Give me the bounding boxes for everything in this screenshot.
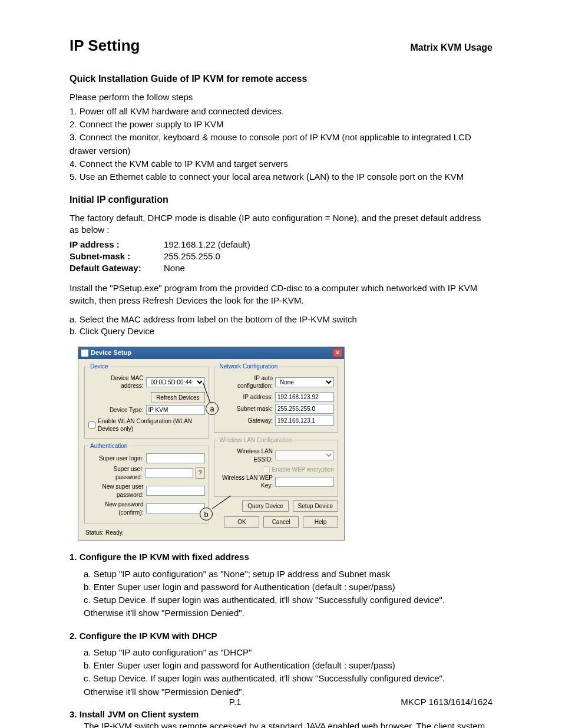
initial-ip-intro: The factory default, DHCP mode is disabl…: [70, 212, 492, 236]
step: 4. Connect the KVM cable to IP KVM and t…: [70, 158, 492, 170]
ip-address-label: IP address:: [218, 393, 273, 401]
page-number: P.1: [229, 696, 242, 708]
ip-address-value: 192.168.1.22 (default): [164, 239, 250, 251]
step: b. Enter Super user login and password f…: [84, 660, 492, 671]
new-password-label: New super user password:: [88, 483, 144, 499]
subnet-mask-label: Subnet mask:: [218, 405, 273, 413]
gateway-label: Gateway:: [218, 417, 273, 425]
confirm-password-input[interactable]: [146, 503, 205, 513]
section-1-head: 1. Configure the IP KVM with fixed addre…: [70, 551, 492, 563]
ok-button[interactable]: OK: [224, 516, 259, 528]
setup-device-button[interactable]: Setup Device: [293, 500, 338, 512]
step: 5. Use an Ethernet cable to connect your…: [70, 171, 492, 183]
super-user-password-label: Super user password:: [88, 465, 143, 481]
enable-wlan-checkbox[interactable]: [88, 421, 95, 429]
gateway-input[interactable]: [275, 416, 334, 426]
step: b. Enter Super user login and password f…: [84, 581, 492, 593]
network-fieldset: Network Configuration IP auto configurat…: [214, 363, 339, 433]
subnet-mask-label: Subnet-mask :: [70, 251, 164, 262]
page-subtitle: Matrix KVM Usage: [410, 41, 492, 54]
wep-key-input: [275, 477, 334, 487]
super-user-login-label: Super user login:: [88, 454, 144, 463]
step: c. Setup Device. If super login was auth…: [84, 673, 492, 684]
super-user-password-input[interactable]: [145, 468, 193, 478]
step: 3. Connect the monitor, keyboard & mouse…: [70, 131, 492, 143]
step: Otherwise it'll show "Permission Denied"…: [84, 607, 492, 619]
subnet-mask-input[interactable]: [275, 404, 334, 414]
wep-key-label: Wireless LAN WEP Key:: [218, 474, 273, 490]
section-2-steps: a. Setup "IP auto configuration" as "DHC…: [84, 647, 492, 698]
essid-select: [275, 450, 334, 460]
psetup-instruction: Install the "PSetup.exe" program from th…: [70, 282, 492, 307]
titlebar: Device Setup ×: [78, 347, 344, 359]
step: a. Setup "IP auto configuration" as "Non…: [84, 568, 492, 580]
new-password-input[interactable]: [146, 486, 205, 496]
section-2-head: 2. Configure the IP KVM with DHCP: [70, 630, 492, 642]
super-user-login-input[interactable]: [146, 453, 205, 463]
ab-steps: a. Select the MAC address from label on …: [70, 314, 492, 338]
step: a. Setup "IP auto configuration" as "DHC…: [84, 647, 492, 658]
step: 2. Connect the power supply to IP KVM: [70, 118, 492, 130]
network-legend: Network Configuration: [218, 363, 280, 371]
step-a: a. Select the MAC address from label on …: [70, 314, 492, 325]
ip-address-label: IP address :: [70, 239, 164, 251]
model-number: MKCP 1613/1614/1624: [401, 696, 492, 708]
device-fieldset: Device Device MAC address: 00:0D:5D:00:4…: [84, 363, 209, 439]
wlan-legend: Wireless LAN Configuration: [218, 436, 294, 444]
wlan-fieldset: Wireless LAN Configuration Wireless LAN …: [214, 436, 339, 497]
device-type-label: Device Type:: [88, 406, 144, 414]
confirm-password-label: New password (confirm):: [88, 500, 144, 516]
default-gateway-label: Default Gateway:: [70, 262, 164, 274]
section-3-head: 3. Install JVM on Client system: [70, 709, 492, 720]
cancel-button[interactable]: Cancel: [263, 516, 299, 528]
default-ip-table: IP address :192.168.1.22 (default) Subne…: [70, 239, 492, 275]
ip-auto-select[interactable]: None: [275, 377, 334, 387]
close-icon[interactable]: ×: [333, 348, 342, 357]
step: c. Setup Device. If super login was auth…: [84, 594, 492, 606]
app-icon: [81, 350, 88, 357]
section-heading-initial-ip: Initial IP configuration: [70, 193, 492, 206]
default-gateway-value: None: [164, 262, 185, 274]
dialog-title: Device Setup: [91, 348, 131, 357]
refresh-devices-button[interactable]: Refresh Devices: [151, 392, 204, 403]
status-text: Status: Ready.: [84, 528, 338, 537]
ip-auto-label: IP auto configuration:: [218, 374, 273, 390]
mac-address-select[interactable]: 00:0D:5D:00:44:C5: [146, 377, 205, 387]
essid-label: Wireless LAN ESSID:: [218, 447, 273, 463]
ip-address-input[interactable]: [275, 392, 334, 402]
auth-legend: Authentication: [88, 442, 129, 450]
section-1-steps: a. Setup "IP auto configuration" as "Non…: [84, 568, 492, 620]
help-button[interactable]: Help: [303, 516, 338, 528]
device-type-field: [146, 405, 205, 415]
mac-address-label: Device MAC address:: [88, 374, 144, 390]
section-3-text: The IP-KVM switch was remote accessed by…: [84, 720, 492, 728]
query-device-button[interactable]: Query Device: [242, 500, 289, 512]
enable-wlan-label: Enable WLAN Configuration (WLAN Devices …: [98, 417, 205, 433]
password-help-button[interactable]: ?: [196, 467, 205, 479]
section-heading-quick-install: Quick Installation Guide of IP KVM for r…: [70, 73, 492, 85]
step-b: b. Click Query Device: [70, 325, 492, 337]
wep-checkbox: [263, 466, 270, 473]
intro-text: Please perform the follow steps: [70, 91, 492, 103]
auth-fieldset: Authentication Super user login: Super u…: [84, 442, 209, 524]
wep-label: Enable WEP encryption: [272, 466, 334, 474]
step: drawer version): [70, 145, 492, 157]
device-legend: Device: [88, 363, 110, 371]
subnet-mask-value: 255.255.255.0: [164, 251, 220, 262]
device-setup-dialog: Device Setup × Device Device MAC address…: [78, 347, 345, 541]
step: 1. Power off all KVM hardware and connec…: [70, 106, 492, 117]
install-steps: 1. Power off all KVM hardware and connec…: [70, 106, 492, 183]
page-title: IP Setting: [70, 35, 140, 56]
